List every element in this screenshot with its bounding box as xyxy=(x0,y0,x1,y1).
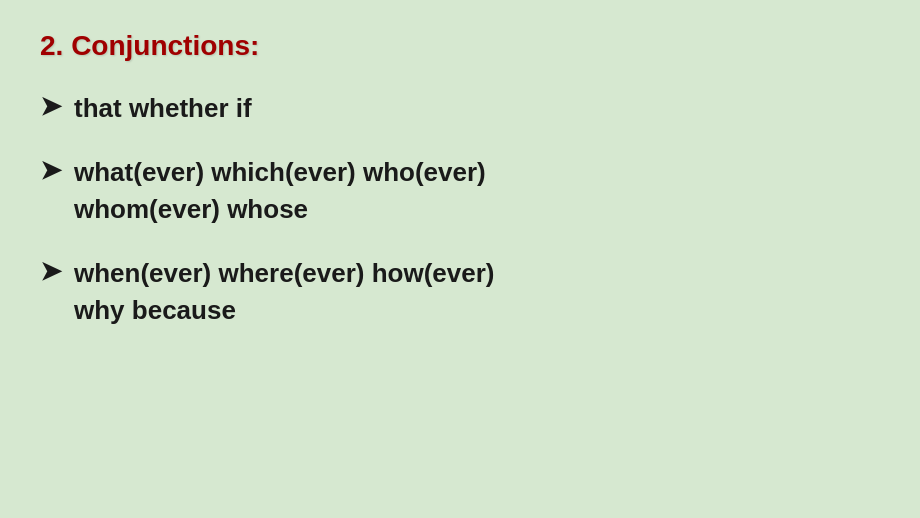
bullet-item-2: ➤ what(ever) which(ever) who(ever) whom(… xyxy=(40,154,880,227)
bullet-2-line2: whom(ever) whose xyxy=(74,191,486,227)
bullet-arrow-2: ➤ xyxy=(40,154,62,188)
bullet-item-1: ➤ that whether if xyxy=(40,90,880,126)
bullet-3-line1: when(ever) where(ever) how(ever) xyxy=(74,255,494,291)
bullet-arrow-1: ➤ xyxy=(40,90,62,124)
slide-title: 2. Conjunctions: xyxy=(40,30,880,62)
bullet-1-line1: that whether if xyxy=(74,93,252,123)
bullet-list: ➤ that whether if ➤ what(ever) which(eve… xyxy=(40,90,880,328)
bullet-2-line1: what(ever) which(ever) who(ever) xyxy=(74,154,486,190)
slide: 2. Conjunctions: ➤ that whether if ➤ wha… xyxy=(0,0,920,518)
bullet-content-1: that whether if xyxy=(74,90,252,126)
bullet-item-3: ➤ when(ever) where(ever) how(ever) why b… xyxy=(40,255,880,328)
bullet-content-3: when(ever) where(ever) how(ever) why bec… xyxy=(74,255,494,328)
bullet-3-line2: why because xyxy=(74,292,494,328)
bullet-content-2: what(ever) which(ever) who(ever) whom(ev… xyxy=(74,154,486,227)
bullet-arrow-3: ➤ xyxy=(40,255,62,289)
